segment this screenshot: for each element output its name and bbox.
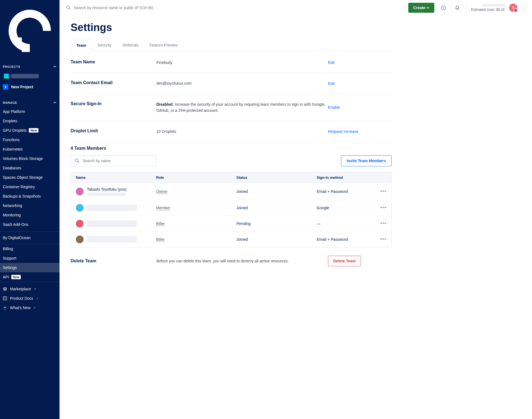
svg-rect-1 [15, 37, 22, 44]
external-link-icon: ↗ [36, 297, 38, 300]
member-signin: — [317, 221, 375, 226]
member-signin: Email + Password [317, 189, 375, 194]
sidebar-item-kubernetes[interactable]: Kubernetes [0, 144, 60, 154]
user-avatar-button[interactable]: T [509, 4, 517, 12]
sidebar-item-product-docs[interactable]: Product Docs↗ [0, 294, 60, 303]
sidebar-item-monitoring[interactable]: Monitoring [0, 210, 60, 220]
chevron-down-icon [427, 6, 429, 9]
member-search-input[interactable] [82, 159, 152, 163]
cost-display[interactable]: Estimated costs: $5.18 [471, 4, 505, 12]
sidebar: PROJECTS + New Project MANAGE App Platfo… [0, 0, 60, 419]
sidebar-item-settings[interactable]: Settings [0, 263, 60, 272]
value-delete-team: Before you can delete this team, you wil… [156, 258, 328, 264]
svg-line-11 [78, 162, 79, 163]
role-link[interactable]: Biller [156, 221, 165, 226]
label-delete-team: Delete Team [71, 258, 156, 263]
global-search-input[interactable] [74, 6, 404, 10]
page-title: Settings [71, 22, 392, 33]
sidebar-item-marketplace[interactable]: Marketplace↗ [0, 284, 60, 294]
sidebar-item-support[interactable]: Support [0, 254, 60, 263]
member-signin: Email + Password [317, 237, 375, 242]
main: Create ? Estimated costs: $5.18 T ⌄ Sett… [60, 0, 532, 419]
help-icon: ? [441, 5, 446, 10]
row-actions-button[interactable]: ••• [375, 205, 386, 211]
setting-row-contact-email: Team Contact Email dev@toyofukux.com Edi… [71, 73, 392, 94]
new-badge: New [11, 275, 21, 279]
sidebar-item-gpu-droplets[interactable]: GPU DropletsNew [0, 126, 60, 135]
svg-rect-2 [10, 32, 15, 37]
col-header-name: Name [76, 175, 156, 180]
delete-team-button[interactable]: Delete Team [328, 256, 361, 266]
request-increase-link[interactable]: Request Increase [328, 129, 358, 134]
logo[interactable] [0, 0, 60, 61]
notifications-button[interactable] [453, 3, 462, 12]
content: Settings TeamSecurityReferralsFeature Pr… [60, 15, 403, 280]
tab-referrals[interactable]: Referrals [117, 40, 144, 51]
chevron-up-icon [53, 65, 57, 69]
sidebar-item-app-platform[interactable]: App Platform [0, 107, 60, 116]
manage-label: MANAGE [3, 101, 17, 104]
row-actions-button[interactable]: ••• [375, 188, 386, 194]
sidebar-item-what-s-new[interactable]: What's New↗ [0, 303, 60, 312]
row-actions-button[interactable]: ••• [375, 236, 386, 242]
create-button[interactable]: Create [408, 3, 434, 13]
help-button[interactable]: ? [439, 3, 448, 12]
label-contact-email: Team Contact Email [71, 80, 156, 85]
sidebar-item-api[interactable]: APINew [0, 272, 60, 282]
row-actions-button[interactable]: ••• [375, 221, 386, 226]
enable-secure-signin-link[interactable]: Enable [328, 105, 340, 110]
role-link[interactable]: Owner [156, 189, 167, 194]
delete-team-section: Delete Team Before you can delete this t… [71, 247, 392, 269]
external-link-icon: ↗ [34, 288, 36, 291]
new-project-button[interactable]: + New Project [0, 81, 60, 92]
sidebar-item-databases[interactable]: Databases [0, 163, 60, 173]
value-contact-email: dev@toyofukux.com [156, 80, 328, 86]
sidebar-item-billing[interactable]: Billing [0, 244, 60, 254]
invite-members-button[interactable]: Invite Team Members [341, 155, 392, 166]
svg-text:?: ? [443, 6, 444, 9]
sidebar-item-droplets[interactable]: Droplets [0, 116, 60, 126]
tabs: TeamSecurityReferralsFeature Preview [71, 40, 392, 51]
avatar [76, 188, 84, 195]
projects-section-header[interactable]: PROJECTS [0, 61, 60, 71]
global-search[interactable] [66, 5, 404, 10]
members-table: Name Role Status Sign-in method Takashi … [71, 172, 392, 247]
sidebar-item-volumes-block-storage[interactable]: Volumes Block Storage [0, 154, 60, 163]
svg-rect-3 [3, 297, 7, 300]
project-name [11, 74, 39, 78]
sidebar-item-spaces-object-storage[interactable]: Spaces Object Storage [0, 173, 60, 182]
table-row: MemberJoinedGoogle••• [71, 200, 391, 216]
member-name: Takashi Toyofuku (you) [87, 187, 126, 192]
member-status: Joined [236, 189, 317, 194]
table-header: Name Role Status Sign-in method [71, 172, 391, 183]
tab-feature-preview[interactable]: Feature Preview [144, 40, 183, 51]
edit-contact-email-link[interactable]: Edit [328, 81, 335, 86]
svg-point-10 [75, 159, 78, 162]
edit-team-name-link[interactable]: Edit [328, 60, 335, 65]
tab-security[interactable]: Security [92, 40, 117, 51]
sidebar-item-functions[interactable]: Functions [0, 135, 60, 144]
label-droplet-limit: Droplet Limit [71, 128, 156, 133]
by-digitalocean[interactable]: By DigitalOcean [0, 231, 60, 244]
svg-point-6 [67, 6, 70, 9]
value-droplet-limit: 10 Droplets [156, 128, 328, 135]
avatar [76, 220, 84, 227]
role-link[interactable]: Biller [156, 237, 165, 242]
manage-list: App PlatformDropletsGPU DropletsNewFunct… [0, 107, 60, 231]
sidebar-item-backups-snapshots[interactable]: Backups & Snapshots [0, 192, 60, 201]
sidebar-bottom-list: Marketplace↗Product Docs↗What's New↗ [0, 282, 60, 315]
manage-section-header[interactable]: MANAGE [0, 97, 60, 107]
project-item[interactable] [1, 71, 58, 81]
sidebar-item-container-registry[interactable]: Container Registry [0, 182, 60, 192]
sidebar-lower-list: BillingSupportSettingsAPINew [0, 244, 60, 282]
col-header-status: Status [236, 175, 317, 180]
sidebar-item-networking[interactable]: Networking [0, 201, 60, 210]
topbar: Create ? Estimated costs: $5.18 T ⌄ [60, 0, 532, 15]
role-link[interactable]: Member [156, 206, 170, 210]
sidebar-item-saas-add-ons[interactable]: SaaS Add-Ons [0, 220, 60, 229]
member-search[interactable] [71, 155, 156, 166]
divider [466, 4, 467, 12]
value-secure-signin: Disabled. Increase the security of your … [156, 101, 328, 114]
svg-rect-0 [22, 44, 30, 52]
tab-team[interactable]: Team [71, 40, 92, 51]
